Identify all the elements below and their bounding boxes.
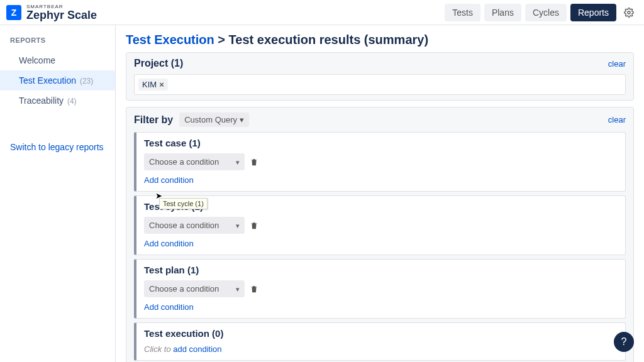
svg-point-0 [628,11,630,14]
help-icon: ? [621,336,627,348]
tooltip: Test cycle (1) [159,198,208,209]
sidebar-item-label: Welcome [19,55,55,65]
condition-select[interactable]: Choose a condition [144,217,245,234]
cursor-icon: ➤ [155,191,162,200]
nav-plans[interactable]: Plans [484,4,521,21]
project-clear-link[interactable]: clear [608,59,626,69]
sidebar-item-welcome[interactable]: Welcome [0,50,115,70]
chip-label: KIM [142,80,157,89]
breadcrumb: Test Execution > Test execution results … [126,33,634,47]
delete-condition-button[interactable] [250,158,258,167]
sidebar-title: REPORTS [0,36,115,50]
project-panel-title: Project (1) [134,58,183,69]
chevron-down-icon: ▾ [240,115,244,124]
add-condition-link[interactable]: add condition [173,344,221,354]
breadcrumb-current: Test execution results (summary) [229,33,429,47]
condition-select[interactable]: Choose a condition [144,280,245,297]
add-condition-link[interactable]: Add condition [144,175,194,185]
filter-section-test-execution: Test execution (0) Click to add conditio… [134,322,626,361]
top-bar: Z SMARTBEAR Zephyr Scale Tests Plans Cyc… [0,0,644,25]
settings-button[interactable] [620,4,638,21]
filter-mode-label: Custom Query [184,115,237,124]
sidebar-item-count: (4) [67,97,77,106]
add-condition-link[interactable]: Add condition [144,239,194,248]
sidebar: REPORTS Welcome Test Execution (23) Trac… [0,25,116,362]
gear-icon [624,8,634,18]
brand: Z SMARTBEAR Zephyr Scale [6,4,97,21]
main-content: Test Execution > Test execution results … [116,25,644,362]
trash-icon [250,285,258,293]
sidebar-item-label: Traceability [19,96,64,106]
filter-mode-select[interactable]: Custom Query ▾ [179,112,249,127]
project-chip: KIM × [138,79,168,90]
filter-panel: Filter by Custom Query ▾ clear Test case… [126,107,634,362]
help-button[interactable]: ? [614,332,634,352]
trash-icon [250,221,258,230]
legacy-reports-link[interactable]: Switch to legacy reports [0,136,115,158]
project-chip-input[interactable]: KIM × [134,74,626,95]
section-title: Test cycle (1) [144,201,618,212]
project-panel: Project (1) clear KIM × [126,52,634,101]
brand-name: Zephyr Scale [26,9,97,21]
nav-tests[interactable]: Tests [445,4,480,21]
filter-clear-link[interactable]: clear [608,115,626,124]
sidebar-item-traceability[interactable]: Traceability (4) [0,90,115,111]
delete-condition-button[interactable] [250,221,258,230]
section-title: Test execution (0) [144,328,618,339]
click-to-text: Click to [144,344,173,354]
filter-section-test-plan: Test plan (1) Choose a condition [134,259,626,319]
trash-icon [250,158,258,167]
nav-cycles[interactable]: Cycles [525,4,567,21]
top-nav: Tests Plans Cycles Reports [445,4,638,21]
brand-logo-icon: Z [6,5,21,20]
filter-section-test-cycle: Test cycle (1) ➤ Test cycle (1) Choose a… [134,195,626,255]
section-title: Test case (1) [144,138,618,148]
nav-reports[interactable]: Reports [570,4,616,21]
section-title: Test plan (1) [144,265,618,275]
sidebar-item-test-execution[interactable]: Test Execution (23) [0,70,115,90]
chip-remove-icon[interactable]: × [159,80,164,89]
breadcrumb-parent[interactable]: Test Execution [126,33,214,47]
add-condition-link[interactable]: Add condition [144,302,194,312]
sidebar-item-count: (23) [80,77,93,85]
sidebar-item-label: Test Execution [19,75,76,85]
condition-select[interactable]: Choose a condition [144,153,245,170]
filter-section-test-case: Test case (1) Choose a condition [134,132,626,192]
delete-condition-button[interactable] [250,285,258,293]
breadcrumb-sep: > [214,33,229,47]
filter-panel-title: Filter by [134,114,173,126]
